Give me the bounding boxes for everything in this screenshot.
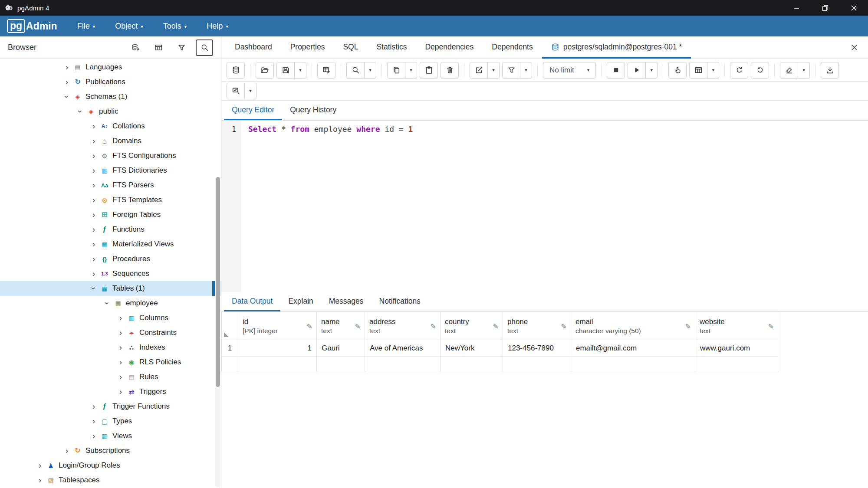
close-window-button[interactable] bbox=[839, 0, 868, 16]
eraser-button[interactable] bbox=[780, 62, 798, 79]
chevron-right-icon[interactable]: › bbox=[115, 358, 126, 366]
column-header-address[interactable]: addresstext✎ bbox=[365, 312, 441, 340]
chevron-right-icon[interactable]: › bbox=[34, 476, 46, 484]
subtab-explain[interactable]: Explain bbox=[280, 292, 321, 311]
tab-dependencies[interactable]: Dependencies bbox=[416, 36, 483, 59]
chevron-right-icon[interactable]: › bbox=[34, 462, 46, 469]
chevron-right-icon[interactable]: › bbox=[115, 388, 126, 396]
edit-button[interactable] bbox=[470, 62, 488, 79]
chevron-right-icon[interactable]: › bbox=[61, 63, 72, 71]
cell-phone[interactable]: 123-456-7890 bbox=[503, 340, 571, 357]
menu-object[interactable]: Object▾ bbox=[115, 22, 143, 31]
tab-dependents[interactable]: Dependents bbox=[483, 36, 542, 59]
tree-item-schemas-1[interactable]: ›◈Schemas (1) bbox=[0, 89, 221, 104]
tree-scrollbar-thumb[interactable] bbox=[216, 177, 220, 387]
edit-grid-button[interactable] bbox=[317, 62, 335, 79]
tree-item-fts-templates[interactable]: ›⊙FTS Templates bbox=[0, 193, 221, 207]
search-dropdown-button[interactable]: ▾ bbox=[365, 62, 376, 79]
search-button[interactable] bbox=[346, 62, 365, 79]
tree-item-domains[interactable]: ›⌂Domains bbox=[0, 134, 221, 148]
query-editor[interactable]: 1 Select * from employee where id = 1 bbox=[221, 121, 868, 292]
filter-button[interactable] bbox=[173, 39, 190, 56]
column-header-name[interactable]: nametext✎ bbox=[317, 312, 365, 340]
save-dropdown-button[interactable]: ▾ bbox=[295, 62, 306, 79]
copy-dropdown-button[interactable]: ▾ bbox=[405, 62, 417, 79]
paste-button[interactable] bbox=[420, 62, 438, 79]
tree-item-subscriptions[interactable]: ›↻Subscriptions bbox=[0, 443, 221, 458]
menu-tools[interactable]: Tools▾ bbox=[163, 22, 187, 31]
tab-query-tool[interactable]: postgres/sqladmin@postgres-001 * bbox=[542, 36, 691, 59]
chevron-right-icon[interactable]: › bbox=[61, 78, 72, 86]
chevron-right-icon[interactable]: › bbox=[88, 432, 99, 440]
tree-item-functions[interactable]: ›ƒFunctions bbox=[0, 222, 221, 237]
column-header-phone[interactable]: phonetext✎ bbox=[503, 312, 571, 340]
filter-button[interactable] bbox=[502, 62, 520, 79]
connection-dropdown-button[interactable]: ▾ bbox=[245, 83, 256, 99]
edit-dropdown-button[interactable]: ▾ bbox=[488, 62, 500, 79]
tree-item-foreign-tables[interactable]: ›⊞Foreign Tables bbox=[0, 207, 221, 222]
chevron-right-icon[interactable]: › bbox=[88, 122, 99, 130]
chevron-right-icon[interactable]: › bbox=[88, 137, 99, 145]
cell-address[interactable]: Ave of Americas bbox=[365, 340, 441, 357]
column-header-email[interactable]: emailcharacter varying (50)✎ bbox=[571, 312, 695, 340]
chevron-right-icon[interactable]: › bbox=[88, 255, 99, 263]
tab-sql[interactable]: SQL bbox=[334, 36, 367, 59]
tree-item-fts-dictionaries[interactable]: ›▥FTS Dictionaries bbox=[0, 163, 221, 178]
tree-item-rules[interactable]: ›▤Rules bbox=[0, 370, 221, 384]
hand-button[interactable] bbox=[668, 62, 687, 79]
tab-dashboard[interactable]: Dashboard bbox=[226, 36, 281, 59]
row-number-cell[interactable]: 1 bbox=[222, 340, 238, 357]
edit-column-icon[interactable]: ✎ bbox=[561, 322, 567, 330]
table-button[interactable] bbox=[689, 62, 707, 79]
column-header-website[interactable]: websitetext✎ bbox=[695, 312, 778, 340]
filter-dropdown-button[interactable]: ▾ bbox=[520, 62, 532, 79]
tree-item-indexes[interactable]: ›∴Indexes bbox=[0, 340, 221, 355]
column-header-id[interactable]: id[PK] integer✎ bbox=[238, 312, 317, 340]
chevron-right-icon[interactable]: › bbox=[88, 226, 99, 233]
subtab-data-output[interactable]: Data Output bbox=[224, 292, 280, 311]
close-panel-button[interactable] bbox=[841, 36, 868, 59]
edit-column-icon[interactable]: ✎ bbox=[431, 322, 436, 330]
cell-email[interactable]: emailt@gmail.com bbox=[571, 340, 695, 357]
restore-button[interactable] bbox=[811, 0, 839, 16]
tree-item-views[interactable]: ›▥Views bbox=[0, 429, 221, 443]
menu-file[interactable]: File▾ bbox=[77, 22, 95, 31]
row-limit-select[interactable]: No limit▾ bbox=[543, 62, 596, 79]
chevron-right-icon[interactable]: › bbox=[88, 417, 99, 425]
tab-statistics[interactable]: Statistics bbox=[367, 36, 416, 59]
tree-item-tables-1[interactable]: ›▦Tables (1) bbox=[0, 281, 221, 296]
chevron-down-icon[interactable]: › bbox=[90, 283, 98, 294]
tree-item-rls-policies[interactable]: ›◉RLS Policies bbox=[0, 355, 221, 370]
chevron-right-icon[interactable]: › bbox=[88, 181, 99, 189]
cell-id[interactable]: 1 bbox=[238, 340, 317, 357]
table-dropdown-button[interactable]: ▾ bbox=[707, 62, 719, 79]
copy-button[interactable] bbox=[387, 62, 405, 79]
eraser-dropdown-button[interactable]: ▾ bbox=[798, 62, 810, 79]
search-button[interactable] bbox=[196, 39, 213, 56]
chevron-right-icon[interactable]: › bbox=[115, 344, 126, 351]
tree-item-types[interactable]: ›▢Types bbox=[0, 414, 221, 429]
chevron-right-icon[interactable]: › bbox=[88, 167, 99, 174]
chevron-right-icon[interactable]: › bbox=[88, 270, 99, 278]
code-area[interactable]: Select * from employee where id = 1 bbox=[241, 121, 413, 292]
chevron-right-icon[interactable]: › bbox=[88, 196, 99, 204]
subtab-notifications[interactable]: Notifications bbox=[372, 292, 428, 311]
delete-button[interactable] bbox=[441, 62, 459, 79]
subtab-query-history[interactable]: Query History bbox=[282, 101, 344, 120]
edit-column-icon[interactable]: ✎ bbox=[685, 322, 691, 330]
chevron-down-icon[interactable]: › bbox=[103, 298, 111, 309]
save-button[interactable] bbox=[276, 62, 295, 79]
tree-item-triggers[interactable]: ›⇄Triggers bbox=[0, 384, 221, 399]
cell-name[interactable]: Gauri bbox=[317, 340, 365, 357]
chevron-right-icon[interactable]: › bbox=[88, 152, 99, 160]
chevron-right-icon[interactable]: › bbox=[61, 447, 72, 455]
stop-button[interactable] bbox=[607, 62, 625, 79]
commit-button[interactable] bbox=[730, 62, 748, 79]
tree-item-procedures[interactable]: ›{}Procedures bbox=[0, 252, 221, 266]
play-dropdown-button[interactable]: ▾ bbox=[646, 62, 658, 79]
tree-item-fts-configurations[interactable]: ›⚙FTS Configurations bbox=[0, 148, 221, 163]
minimize-button[interactable] bbox=[782, 0, 811, 16]
tree-item-trigger-functions[interactable]: ›ƒTrigger Functions bbox=[0, 399, 221, 414]
chevron-right-icon[interactable]: › bbox=[88, 211, 99, 219]
cell-website[interactable]: www.gauri.com bbox=[695, 340, 778, 357]
